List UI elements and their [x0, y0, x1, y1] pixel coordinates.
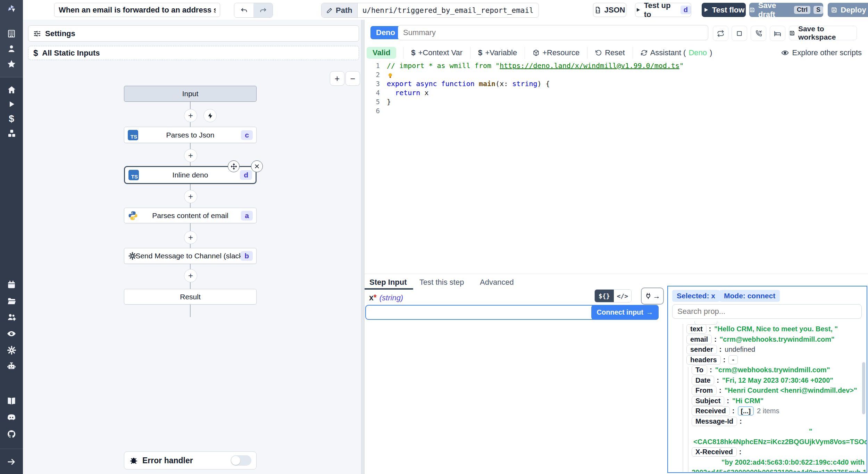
lightbulb-icon[interactable] [387, 72, 394, 79]
home-icon[interactable] [6, 84, 17, 95]
graph-zoom-in-button[interactable]: + [330, 71, 344, 86]
flow-title-input[interactable] [54, 3, 220, 17]
star-icon[interactable] [6, 59, 17, 70]
prop-value-line[interactable]: "by 2002:ad4:5c63:0:b0:622:199c:c4d0 wit… [668, 457, 867, 468]
prop-key-pill[interactable]: Message-Id [692, 417, 737, 426]
prop-value[interactable]: "Hi CRM" [732, 397, 763, 405]
prop-value[interactable]: "Hello CRM, Nice to meet you. Best, " [714, 325, 838, 333]
prop-key-pill[interactable]: email [686, 335, 712, 344]
prop-value-line[interactable]: " [668, 426, 867, 437]
all-static-inputs-button[interactable]: $ All Static Inputs [28, 46, 359, 60]
user-icon[interactable] [6, 43, 17, 54]
code-editor[interactable]: 1// import * as wmill from "https://deno… [365, 61, 868, 274]
undo-button[interactable] [234, 3, 253, 17]
add-variable-button[interactable]: $ +Variable [470, 47, 525, 59]
graph-zoom-out-button[interactable]: − [345, 71, 360, 86]
prop-key-pill[interactable]: Received [692, 406, 730, 416]
calendar-icon[interactable] [6, 279, 17, 290]
language-badge[interactable]: Deno [370, 26, 401, 39]
flow-node-send-slack-message[interactable]: Send Message to Channel (slack) b [124, 248, 257, 264]
array-expand-button[interactable]: [...] [738, 406, 754, 416]
flow-node-parses-content[interactable]: Parses content of email a [124, 208, 257, 223]
explore-other-scripts-button[interactable]: Explore other scripts [781, 44, 862, 61]
prop-value[interactable]: "crm@webhooks.trywindmill.com" [715, 366, 830, 374]
save-to-workspace-button[interactable]: Save to workspace [789, 26, 857, 40]
error-handler-row[interactable]: Error handler [124, 451, 257, 469]
code-line[interactable]: 5} [365, 97, 868, 106]
code-line[interactable]: 2 [365, 70, 868, 79]
connect-input-button[interactable]: Connect input→ [591, 305, 659, 320]
trigger-bolt-button[interactable] [203, 109, 217, 122]
prop-row[interactable]: From:"Henri Courdent <henri@windmill.dev… [668, 385, 867, 396]
prop-key-pill[interactable]: Subject [692, 396, 724, 406]
add-step-button[interactable]: + [184, 190, 197, 203]
add-step-button[interactable]: + [184, 269, 197, 282]
code-line[interactable]: 4 return x [365, 88, 868, 97]
prop-row[interactable]: Message-Id: [668, 416, 867, 427]
deploy-button[interactable]: Deploy [828, 3, 868, 17]
input-mode-toggle[interactable]: ${} </> [594, 289, 632, 302]
prop-value-line[interactable]: <CAC818hk4NphcENz=iKcz2BQGUjkVym8Vos=TSO… [668, 437, 867, 447]
bed-button[interactable] [770, 26, 785, 41]
tab-advanced[interactable]: Advanced [480, 275, 514, 289]
fullscreen-button[interactable] [732, 26, 747, 41]
error-handler-toggle[interactable] [231, 455, 251, 466]
add-step-button[interactable]: + [184, 109, 197, 122]
prop-key-pill[interactable]: sender [686, 345, 717, 354]
gear-icon[interactable] [6, 344, 17, 356]
panel-divider[interactable] [361, 20, 365, 474]
add-step-button[interactable]: + [184, 231, 197, 244]
prop-value[interactable]: "Henri Courdent <henri@windmill.dev>" [725, 386, 857, 394]
flow-node-input[interactable]: Input [124, 86, 257, 102]
flow-node-parses-to-json[interactable]: TS Parses to Json c [124, 127, 257, 143]
delete-step-button[interactable] [251, 160, 263, 172]
windmill-logo-icon[interactable] [6, 3, 17, 15]
building-icon[interactable] [6, 28, 17, 39]
redo-button[interactable] [253, 3, 273, 17]
robot-icon[interactable] [6, 361, 17, 372]
test-flow-button[interactable]: Test flow [702, 3, 746, 17]
folder-icon[interactable] [6, 296, 17, 307]
flow-settings-button[interactable]: Settings [28, 25, 359, 42]
prop-row[interactable]: To:"crm@webhooks.trywindmill.com" [668, 365, 867, 375]
tab-step-input[interactable]: Step Input [369, 275, 407, 289]
prop-row[interactable]: email:"crm@webhooks.trywindmill.com" [668, 334, 867, 345]
prop-row[interactable]: headers:- [668, 355, 867, 365]
prop-row[interactable]: Date:"Fri, 12 May 2023 07:30:46 +0200" [668, 375, 867, 386]
add-context-var-button[interactable]: $ +Context Var [403, 47, 470, 59]
prop-row[interactable]: Received:[...]2 items [668, 406, 867, 416]
json-button[interactable]: JSON [593, 3, 626, 17]
prop-value[interactable]: "crm@webhooks.trywindmill.com" [720, 335, 835, 343]
code-line[interactable]: 3export async function main(x: string) { [365, 79, 868, 88]
discord-icon[interactable] [6, 412, 17, 423]
code-mode-segment[interactable]: </> [614, 290, 632, 302]
prop-row[interactable]: X-Received: [668, 447, 867, 457]
book-icon[interactable] [6, 396, 17, 407]
code-line[interactable]: 6 [365, 106, 868, 115]
boxes-icon[interactable] [6, 128, 17, 139]
add-resource-button[interactable]: +Resource [525, 47, 587, 59]
move-step-handle[interactable] [228, 160, 240, 172]
prop-key-pill[interactable]: Date [692, 376, 714, 385]
assistant-button[interactable]: Assistant (Deno) [633, 47, 720, 59]
template-mode-segment[interactable]: ${} [595, 290, 614, 302]
prop-row[interactable]: sender:undefined [668, 344, 867, 355]
dollar-icon[interactable]: $ [6, 113, 17, 124]
path-value[interactable]: u/henri/triggered_by_email_report_email [358, 3, 539, 17]
reset-button[interactable]: Reset [587, 47, 632, 59]
test-up-to-button[interactable]: Test up to d [635, 3, 691, 17]
prop-tree[interactable]: text:"Hello CRM, Nice to meet you. Best,… [668, 324, 867, 472]
search-prop-input[interactable] [672, 304, 862, 319]
prop-row[interactable]: text:"Hello CRM, Nice to meet you. Best,… [668, 324, 867, 334]
prop-key-pill[interactable]: X-Received [692, 447, 737, 457]
eye-icon[interactable] [6, 328, 17, 339]
play-icon[interactable] [6, 99, 17, 110]
github-icon[interactable] [6, 429, 17, 440]
argument-value-input[interactable] [368, 307, 609, 318]
collapse-button[interactable]: - [728, 355, 737, 364]
prop-key-pill[interactable]: headers [686, 355, 721, 365]
path-field-group[interactable]: Path u/henri/triggered_by_email_report_e… [321, 3, 539, 18]
sync-arrows-button[interactable] [713, 26, 728, 41]
plug-connect-button[interactable]: → [641, 288, 664, 305]
users-settings-icon[interactable] [6, 311, 17, 323]
